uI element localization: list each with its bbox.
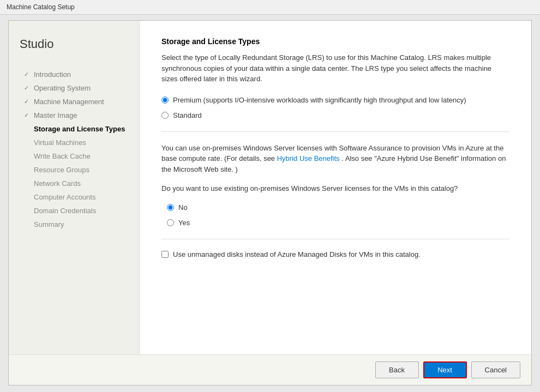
- sidebar-item-label: Computer Accounts: [34, 193, 95, 201]
- unmanaged-disks-option: Use unmanaged disks instead of Azure Man…: [161, 250, 509, 258]
- sidebar-nav: ✓Introduction✓Operating System✓Machine M…: [20, 68, 128, 231]
- license-description: You can use on-premises Windows Server l…: [161, 143, 509, 175]
- description-text: Select the type of Locally Redundant Sto…: [161, 52, 500, 85]
- license-option-yes: Yes: [167, 218, 509, 228]
- check-icon: ✓: [24, 71, 31, 78]
- sidebar-item-label: Domain Credentials: [34, 207, 96, 215]
- sidebar-item-operating-system[interactable]: ✓Operating System: [20, 81, 128, 95]
- sidebar-item-label: Resource Groups: [34, 166, 89, 174]
- license-no-radio[interactable]: [167, 204, 174, 211]
- sidebar-item-network-cards[interactable]: Network Cards: [20, 177, 128, 190]
- sidebar-item-introduction[interactable]: ✓Introduction: [20, 68, 128, 81]
- sidebar-item-storage-license: Storage and License Types: [20, 122, 128, 136]
- unmanaged-disks-checkbox[interactable]: [161, 251, 169, 258]
- section-title: Storage and License Types: [161, 37, 509, 46]
- next-button[interactable]: Next: [423, 361, 467, 378]
- sidebar-item-label: Introduction: [34, 70, 71, 79]
- storage-premium-label[interactable]: Premium (supports I/O-intensive workload…: [173, 95, 466, 105]
- sidebar-item-label: Network Cards: [34, 179, 81, 188]
- check-icon: ✓: [24, 112, 31, 119]
- sidebar-item-label: Master Image: [34, 111, 77, 119]
- storage-option-standard: Standard: [161, 111, 509, 120]
- footer: Back Next Cancel: [9, 354, 531, 385]
- sidebar-item-label: Operating System: [34, 84, 91, 92]
- sidebar-item-virtual-machines[interactable]: Virtual Machines: [20, 136, 128, 149]
- storage-premium-radio[interactable]: [161, 97, 169, 104]
- sidebar-item-machine-management[interactable]: ✓Machine Management: [20, 95, 128, 108]
- license-yes-label[interactable]: Yes: [178, 218, 190, 228]
- sidebar-item-write-back-cache[interactable]: Write Back Cache: [20, 149, 128, 163]
- license-yes-radio[interactable]: [167, 219, 174, 226]
- sidebar-item-label: Virtual Machines: [34, 138, 86, 147]
- sidebar-item-summary[interactable]: Summary: [20, 218, 128, 231]
- divider-2: [161, 239, 509, 239]
- unmanaged-disks-label[interactable]: Use unmanaged disks instead of Azure Man…: [173, 250, 421, 258]
- sidebar-item-resource-groups[interactable]: Resource Groups: [20, 163, 128, 177]
- sidebar-item-label: Summary: [34, 220, 64, 228]
- divider-1: [161, 131, 509, 132]
- sidebar-app-title: Studio: [20, 37, 128, 51]
- storage-standard-label[interactable]: Standard: [173, 111, 202, 120]
- cancel-button[interactable]: Cancel: [471, 361, 520, 378]
- sidebar: Studio ✓Introduction✓Operating System✓Ma…: [9, 21, 140, 354]
- license-question: Do you want to use existing on-premises …: [161, 183, 509, 194]
- back-button[interactable]: Back: [375, 361, 419, 378]
- license-no-label[interactable]: No: [178, 203, 188, 213]
- content-area: Studio ✓Introduction✓Operating System✓Ma…: [9, 21, 531, 354]
- sidebar-item-master-image[interactable]: ✓Master Image: [20, 108, 128, 122]
- license-option-no: No: [167, 203, 509, 213]
- check-icon: ✓: [24, 98, 31, 105]
- storage-standard-radio[interactable]: [161, 112, 169, 119]
- sidebar-item-label: Machine Management: [34, 98, 104, 106]
- main-content: Storage and License Types Select the typ…: [140, 21, 531, 354]
- main-window: Studio ✓Introduction✓Operating System✓Ma…: [8, 20, 532, 385]
- license-options-group: No Yes: [161, 203, 509, 228]
- title-bar-text: Machine Catalog Setup: [7, 3, 75, 11]
- title-bar: Machine Catalog Setup: [0, 0, 540, 15]
- sidebar-item-label: Storage and License Types: [34, 125, 125, 133]
- sidebar-item-computer-accounts[interactable]: Computer Accounts: [20, 190, 128, 204]
- sidebar-item-domain-credentials[interactable]: Domain Credentials: [20, 204, 128, 218]
- hybrid-use-benefits-link[interactable]: Hybrid Use Benefits: [277, 154, 340, 162]
- storage-options-group: Premium (supports I/O-intensive workload…: [161, 95, 509, 120]
- storage-option-premium: Premium (supports I/O-intensive workload…: [161, 95, 509, 105]
- sidebar-item-label: Write Back Cache: [34, 152, 91, 160]
- check-icon: ✓: [24, 85, 31, 92]
